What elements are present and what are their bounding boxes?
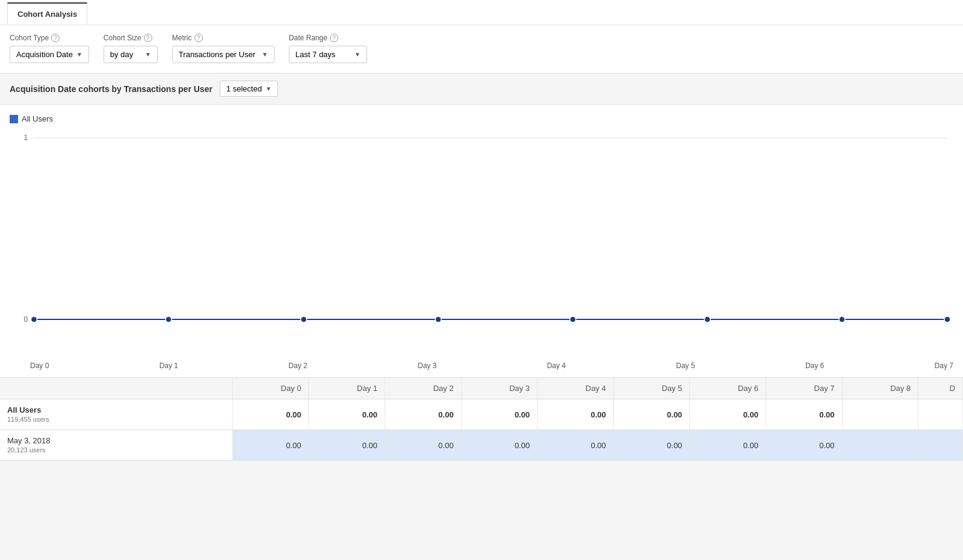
cell-may3-day0: 0.00 [232, 430, 309, 461]
svg-text:1: 1 [24, 134, 28, 142]
col-header-name [0, 378, 232, 399]
date-range-arrow-icon: ▼ [355, 51, 361, 58]
cell-all-day0: 0.00 [232, 399, 309, 430]
cell-all-dayd [918, 399, 963, 430]
chart-legend: All Users [10, 114, 953, 123]
cell-may3-day7: 0.00 [766, 430, 842, 461]
svg-text:0: 0 [24, 315, 28, 324]
cell-may3-dayd [918, 430, 963, 461]
svg-point-8 [570, 316, 576, 322]
cell-all-day2: 0.00 [385, 399, 462, 430]
metric-dropdown[interactable]: Transactions per User ▼ [172, 46, 274, 63]
selected-button[interactable]: 1 selected ▼ [220, 81, 278, 97]
date-range-group: Date Range ? Last 7 days ▼ [289, 34, 367, 63]
chart-area: All Users 1 0 [0, 105, 963, 358]
cell-all-day8 [842, 399, 918, 430]
row-name-may3: May 3, 2018 20,123 users [0, 430, 232, 461]
table-row: May 3, 2018 20,123 users 0.00 0.00 0.00 … [0, 430, 963, 461]
cell-all-day3: 0.00 [461, 399, 537, 430]
cohort-type-help-icon[interactable]: ? [51, 34, 60, 42]
col-header-day1: Day 1 [309, 378, 385, 399]
cohort-type-arrow-icon: ▼ [76, 51, 82, 58]
chart-svg: 1 0 [10, 129, 953, 334]
cohort-size-arrow-icon: ▼ [145, 51, 151, 58]
date-range-label: Date Range ? [289, 34, 367, 42]
data-table: Day 0 Day 1 Day 2 Day 3 Day 4 Day 5 Day … [0, 378, 963, 461]
col-header-day4: Day 4 [537, 378, 614, 399]
metric-arrow-icon: ▼ [262, 51, 268, 58]
cohort-size-help-icon[interactable]: ? [144, 34, 152, 42]
date-range-help-icon[interactable]: ? [330, 34, 338, 42]
col-header-day2: Day 2 [385, 378, 462, 399]
report-title: Acquisition Date cohorts by Transactions… [10, 84, 212, 94]
col-header-day7: Day 7 [766, 378, 842, 399]
col-header-day6: Day 6 [690, 378, 766, 399]
table-header-row: Day 0 Day 1 Day 2 Day 3 Day 4 Day 5 Day … [0, 378, 963, 399]
report-header: Acquisition Date cohorts by Transactions… [0, 73, 963, 105]
cell-may3-day1: 0.00 [309, 430, 385, 461]
cohort-size-label: Cohort Size ? [104, 34, 158, 42]
svg-point-6 [301, 316, 307, 322]
svg-point-4 [31, 316, 37, 322]
cell-may3-day5: 0.00 [613, 430, 690, 461]
cohort-type-dropdown[interactable]: Acquisition Date ▼ [10, 46, 89, 63]
table-section: Day 0 Day 1 Day 2 Day 3 Day 4 Day 5 Day … [0, 377, 963, 461]
cell-all-day5: 0.00 [613, 399, 690, 430]
svg-point-7 [435, 316, 441, 322]
x-label-day4: Day 4 [547, 362, 566, 370]
svg-point-11 [944, 316, 950, 322]
svg-point-5 [166, 316, 172, 322]
cell-all-day7: 0.00 [766, 399, 842, 430]
x-label-day5: Day 5 [676, 362, 695, 370]
cell-may3-day8 [842, 430, 918, 461]
selected-arrow-icon: ▼ [265, 85, 271, 92]
cell-may3-day4: 0.00 [537, 430, 614, 461]
row-name-all-users: All Users 119,455 users [0, 399, 232, 430]
x-label-day0: Day 0 [30, 362, 49, 370]
metric-help-icon[interactable]: ? [194, 34, 203, 42]
legend-label: All Users [22, 114, 53, 123]
col-header-day5: Day 5 [613, 378, 690, 399]
date-range-dropdown[interactable]: Last 7 days ▼ [289, 46, 367, 63]
x-label-day2: Day 2 [288, 362, 307, 370]
cohort-size-dropdown[interactable]: by day ▼ [104, 46, 158, 63]
cohort-type-label: Cohort Type ? [10, 34, 89, 42]
cell-may3-day6: 0.00 [690, 430, 766, 461]
metric-group: Metric ? Transactions per User ▼ [172, 34, 274, 63]
x-label-day3: Day 3 [418, 362, 436, 370]
tab-bar: Cohort Analysis [0, 0, 963, 25]
col-header-day8: Day 8 [842, 378, 918, 399]
col-header-day9: D [918, 378, 963, 399]
svg-point-10 [839, 316, 845, 322]
col-header-day3: Day 3 [461, 378, 537, 399]
cell-all-day4: 0.00 [537, 399, 614, 430]
x-label-day6: Day 6 [805, 362, 824, 370]
cohort-type-group: Cohort Type ? Acquisition Date ▼ [10, 34, 89, 63]
x-label-day1: Day 1 [159, 362, 178, 370]
cell-all-day6: 0.00 [690, 399, 766, 430]
chart-container: 1 0 [10, 129, 953, 358]
cohort-size-group: Cohort Size ? by day ▼ [104, 34, 158, 63]
cell-all-day1: 0.00 [309, 399, 385, 430]
x-axis-labels: Day 0 Day 1 Day 2 Day 3 Day 4 Day 5 Day … [0, 358, 963, 377]
tab-cohort-analysis[interactable]: Cohort Analysis [7, 2, 87, 25]
legend-color-swatch [10, 115, 18, 123]
metric-label: Metric ? [172, 34, 274, 42]
svg-point-9 [704, 316, 710, 322]
controls-bar: Cohort Type ? Acquisition Date ▼ Cohort … [0, 25, 963, 73]
cell-may3-day2: 0.00 [385, 430, 462, 461]
x-label-day7: Day 7 [935, 362, 953, 370]
table-row: All Users 119,455 users 0.00 0.00 0.00 0… [0, 399, 963, 430]
col-header-day0: Day 0 [232, 378, 309, 399]
cell-may3-day3: 0.00 [461, 430, 537, 461]
